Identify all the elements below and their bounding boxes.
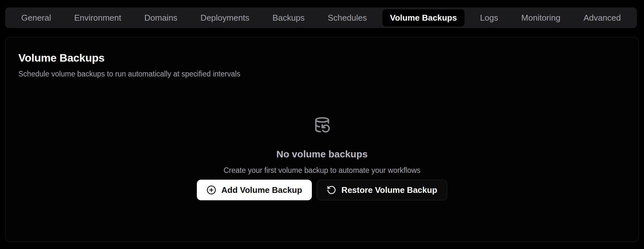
tab-general[interactable]: General [14, 9, 59, 26]
tab-volume-backups[interactable]: Volume Backups [382, 9, 465, 26]
tab-deployments[interactable]: Deployments [193, 9, 257, 26]
tab-monitoring[interactable]: Monitoring [514, 9, 568, 26]
volume-backups-panel: Volume Backups Schedule volume backups t… [5, 37, 639, 242]
empty-state-actions: Add Volume Backup Restore Volume Backup [197, 180, 447, 200]
restore-volume-backup-button[interactable]: Restore Volume Backup [317, 180, 447, 200]
add-volume-backup-label: Add Volume Backup [221, 185, 302, 195]
empty-state: No volume backups Create your first volu… [18, 116, 626, 200]
empty-state-description: Create your first volume backup to autom… [224, 166, 420, 175]
empty-state-heading: No volume backups [276, 149, 368, 160]
database-backup-icon [314, 116, 331, 134]
tab-domains[interactable]: Domains [137, 9, 185, 26]
tab-environment[interactable]: Environment [66, 9, 129, 26]
tab-backups[interactable]: Backups [265, 9, 312, 26]
rotate-ccw-icon [327, 185, 336, 195]
circle-plus-icon [207, 185, 216, 195]
tab-advanced[interactable]: Advanced [576, 9, 629, 26]
add-volume-backup-button[interactable]: Add Volume Backup [197, 180, 312, 200]
tab-logs[interactable]: Logs [472, 9, 506, 26]
settings-tab-bar: General Environment Domains Deployments … [5, 7, 637, 28]
page-title: Volume Backups [18, 52, 626, 64]
restore-volume-backup-label: Restore Volume Backup [341, 185, 437, 195]
page-subtitle: Schedule volume backups to run automatic… [18, 70, 626, 78]
tab-schedules[interactable]: Schedules [320, 9, 374, 26]
